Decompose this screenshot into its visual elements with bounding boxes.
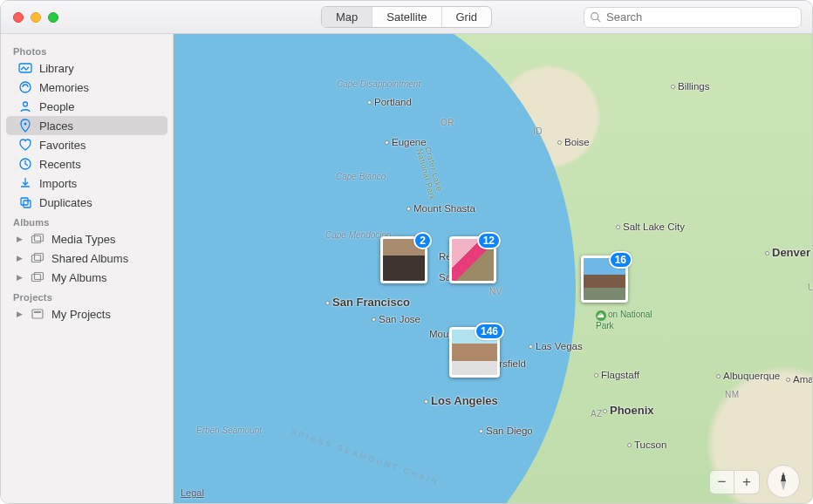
chevron-right-icon[interactable]: ▶ bbox=[15, 310, 24, 318]
city-name: Salt Lake City bbox=[623, 221, 685, 232]
chevron-right-icon[interactable]: ▶ bbox=[15, 235, 24, 243]
city-label: Phoenix bbox=[603, 404, 654, 417]
sidebar-label: Places bbox=[39, 119, 73, 133]
sidebar-item-recents[interactable]: Recents bbox=[6, 154, 167, 174]
compass-icon: N bbox=[770, 468, 796, 494]
geographic-feature-label: Cape Blanco bbox=[336, 172, 386, 181]
sidebar-item-places[interactable]: Places bbox=[6, 116, 167, 135]
city-label: Tucson bbox=[627, 439, 666, 450]
city-dot-icon bbox=[671, 85, 675, 89]
search-field-container[interactable] bbox=[584, 7, 802, 28]
view-tab-grid[interactable]: Grid bbox=[441, 7, 491, 27]
city-label: Boise bbox=[557, 137, 590, 147]
city-dot-icon bbox=[479, 429, 483, 433]
svg-point-3 bbox=[20, 82, 31, 92]
park-icon: ⛰ bbox=[596, 310, 606, 321]
svg-rect-7 bbox=[21, 198, 28, 205]
sidebar-item-media-types[interactable]: ▶ Media Types bbox=[6, 229, 167, 249]
favorites-icon bbox=[18, 138, 32, 152]
city-name: San Jose bbox=[379, 314, 420, 324]
city-label: Salt Lake City bbox=[616, 221, 685, 232]
section-header-albums: Albums bbox=[1, 212, 173, 229]
city-dot-icon bbox=[765, 251, 769, 255]
svg-rect-12 bbox=[35, 254, 44, 261]
compass-control[interactable]: N bbox=[767, 465, 800, 498]
state-label: NV bbox=[489, 287, 502, 296]
geographic-feature-label: Cape Disappointment bbox=[337, 79, 420, 89]
svg-point-5 bbox=[24, 123, 27, 126]
city-label: San Diego bbox=[479, 426, 533, 436]
people-icon bbox=[18, 99, 32, 113]
sidebar-item-my-albums[interactable]: ▶ My Albums bbox=[6, 268, 167, 287]
places-map[interactable]: SPIESS SEAMOUNT CHAIN PortlandEugeneBois… bbox=[174, 34, 812, 503]
sidebar-label: Library bbox=[39, 62, 74, 75]
sidebar-label: Media Types bbox=[51, 233, 115, 246]
sidebar-item-people[interactable]: People bbox=[6, 97, 167, 116]
city-label: Albuquerque bbox=[716, 371, 780, 381]
photo-cluster[interactable]: 16 bbox=[581, 255, 628, 303]
city-name: Portland bbox=[374, 97, 412, 107]
album-icon bbox=[31, 232, 44, 246]
photo-cluster[interactable]: 146 bbox=[449, 327, 500, 378]
city-name: Boise bbox=[564, 137, 590, 147]
section-header-photos: Photos bbox=[1, 41, 173, 58]
sidebar-label: Favorites bbox=[39, 139, 85, 152]
photo-count-badge: 12 bbox=[477, 232, 501, 249]
duplicates-icon bbox=[18, 195, 32, 209]
titlebar: Map Satellite Grid bbox=[1, 1, 812, 34]
sidebar-label: People bbox=[39, 100, 74, 113]
city-dot-icon bbox=[716, 374, 721, 378]
city-name: Mount Shasta bbox=[413, 203, 475, 214]
city-dot-icon bbox=[786, 378, 790, 382]
chevron-right-icon[interactable]: ▶ bbox=[15, 254, 24, 262]
sidebar-label: Duplicates bbox=[39, 196, 92, 209]
sidebar-label: Memories bbox=[39, 81, 89, 94]
sidebar-label: Imports bbox=[39, 177, 77, 190]
svg-rect-8 bbox=[24, 201, 31, 208]
view-tab-satellite[interactable]: Satellite bbox=[372, 7, 441, 27]
state-label: ID bbox=[533, 126, 543, 136]
segmented-control: Map Satellite Grid bbox=[321, 6, 492, 28]
sidebar-item-memories[interactable]: Memories bbox=[6, 78, 167, 97]
svg-rect-9 bbox=[32, 236, 41, 243]
section-header-projects: Projects bbox=[1, 287, 173, 304]
city-label: Denver bbox=[765, 246, 810, 259]
photo-cluster[interactable]: 12 bbox=[449, 236, 496, 283]
city-name: Amarillo bbox=[793, 374, 812, 385]
memories-icon bbox=[18, 80, 32, 94]
svg-point-4 bbox=[24, 102, 28, 106]
city-label: Billings bbox=[671, 81, 709, 92]
city-name: Eugene bbox=[392, 137, 427, 147]
city-name: Los Angeles bbox=[431, 394, 498, 407]
chevron-right-icon[interactable]: ▶ bbox=[15, 273, 24, 282]
close-window-button[interactable] bbox=[13, 12, 24, 23]
sidebar-label: My Albums bbox=[51, 271, 107, 284]
minimize-window-button[interactable] bbox=[31, 12, 41, 23]
app-body: Photos Library Memories People Places Fa… bbox=[1, 34, 812, 503]
city-label: Las Vegas bbox=[529, 341, 583, 351]
sidebar-item-my-projects[interactable]: ▶ My Projects bbox=[6, 304, 167, 324]
legal-link[interactable]: Legal bbox=[181, 487, 204, 498]
sidebar: Photos Library Memories People Places Fa… bbox=[1, 34, 174, 503]
zoom-out-button[interactable]: − bbox=[710, 471, 734, 494]
sidebar-label: My Projects bbox=[51, 308, 111, 321]
city-dot-icon bbox=[594, 373, 598, 378]
view-tab-map[interactable]: Map bbox=[322, 7, 372, 27]
city-dot-icon bbox=[367, 100, 372, 105]
photo-cluster[interactable]: 2 bbox=[380, 236, 427, 283]
search-input[interactable] bbox=[606, 10, 796, 24]
city-label: Mount Shasta bbox=[406, 203, 475, 214]
sidebar-item-duplicates[interactable]: Duplicates bbox=[6, 193, 167, 212]
fullscreen-window-button[interactable] bbox=[48, 12, 58, 23]
city-dot-icon bbox=[424, 399, 428, 404]
svg-rect-13 bbox=[32, 275, 41, 282]
sidebar-item-favorites[interactable]: Favorites bbox=[6, 135, 167, 154]
city-name: Las Vegas bbox=[536, 341, 583, 351]
sidebar-item-imports[interactable]: Imports bbox=[6, 174, 167, 193]
city-label: Flagstaff bbox=[594, 370, 639, 380]
city-dot-icon bbox=[406, 207, 411, 211]
zoom-in-button[interactable]: + bbox=[734, 471, 759, 494]
sidebar-item-library[interactable]: Library bbox=[6, 58, 167, 78]
sidebar-item-shared-albums[interactable]: ▶ Shared Albums bbox=[6, 249, 167, 268]
city-label: Los Angeles bbox=[424, 394, 498, 407]
